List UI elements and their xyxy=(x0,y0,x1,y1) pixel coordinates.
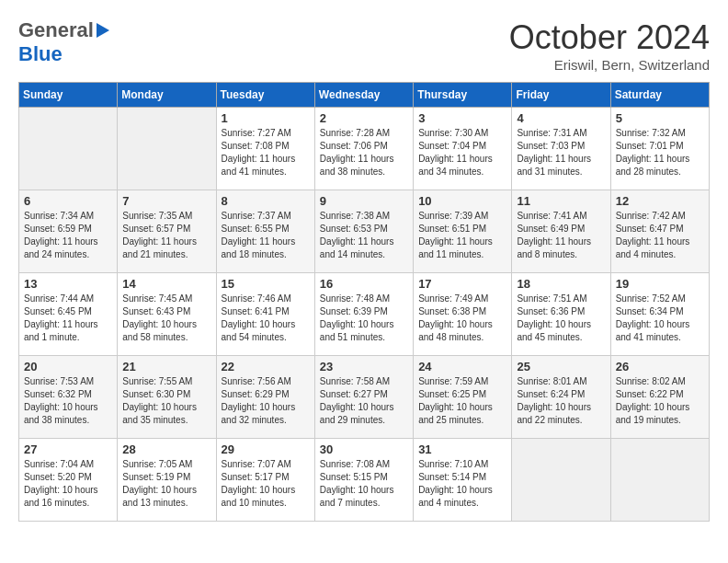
page-header: General Blue October 2024 Eriswil, Bern,… xyxy=(18,18,710,73)
cell-details: Sunrise: 8:02 AMSunset: 6:22 PMDaylight:… xyxy=(616,375,704,427)
day-number: 13 xyxy=(24,277,112,291)
day-number: 19 xyxy=(616,277,704,291)
day-number: 20 xyxy=(24,360,112,373)
cell-details: Sunrise: 7:05 AMSunset: 5:19 PMDaylight:… xyxy=(122,458,210,510)
cell-details: Sunrise: 7:34 AMSunset: 6:59 PMDaylight:… xyxy=(24,210,112,261)
day-number: 24 xyxy=(418,360,506,373)
day-number: 17 xyxy=(418,277,506,291)
calendar-cell: 22Sunrise: 7:56 AMSunset: 6:29 PMDayligh… xyxy=(216,356,314,439)
day-number: 10 xyxy=(418,194,506,208)
day-number: 23 xyxy=(320,360,408,373)
cell-details: Sunrise: 7:59 AMSunset: 6:25 PMDaylight:… xyxy=(418,375,506,427)
calendar-cell xyxy=(512,439,610,522)
day-number: 29 xyxy=(222,442,310,456)
calendar-cell: 26Sunrise: 8:02 AMSunset: 6:22 PMDayligh… xyxy=(610,356,709,439)
cell-details: Sunrise: 7:28 AMSunset: 7:06 PMDaylight:… xyxy=(320,127,408,178)
calendar-cell: 3Sunrise: 7:30 AMSunset: 7:04 PMDaylight… xyxy=(414,108,512,190)
day-of-week-header: Saturday xyxy=(610,83,709,108)
month-title: October 2024 xyxy=(509,18,710,57)
cell-details: Sunrise: 7:07 AMSunset: 5:17 PMDaylight:… xyxy=(222,458,310,510)
calendar-cell: 27Sunrise: 7:04 AMSunset: 5:20 PMDayligh… xyxy=(19,439,118,522)
calendar-week-row: 27Sunrise: 7:04 AMSunset: 5:20 PMDayligh… xyxy=(19,439,710,522)
calendar-cell xyxy=(610,439,709,522)
calendar-table: SundayMondayTuesdayWednesdayThursdayFrid… xyxy=(18,82,710,522)
day-number: 1 xyxy=(222,111,310,125)
day-number: 26 xyxy=(616,360,704,373)
calendar-cell: 19Sunrise: 7:52 AMSunset: 6:34 PMDayligh… xyxy=(610,273,709,356)
calendar-cell: 18Sunrise: 7:51 AMSunset: 6:36 PMDayligh… xyxy=(512,273,610,356)
calendar-cell: 15Sunrise: 7:46 AMSunset: 6:41 PMDayligh… xyxy=(216,273,314,356)
calendar-week-row: 6Sunrise: 7:34 AMSunset: 6:59 PMDaylight… xyxy=(19,190,710,273)
cell-details: Sunrise: 7:30 AMSunset: 7:04 PMDaylight:… xyxy=(418,127,506,178)
cell-details: Sunrise: 7:58 AMSunset: 6:27 PMDaylight:… xyxy=(320,375,408,427)
logo-general-text: General xyxy=(18,18,94,42)
calendar-cell: 23Sunrise: 7:58 AMSunset: 6:27 PMDayligh… xyxy=(314,356,413,439)
cell-details: Sunrise: 7:49 AMSunset: 6:38 PMDaylight:… xyxy=(418,293,506,344)
day-number: 21 xyxy=(122,360,210,373)
cell-details: Sunrise: 7:31 AMSunset: 7:03 PMDaylight:… xyxy=(517,127,605,178)
calendar-cell: 30Sunrise: 7:08 AMSunset: 5:15 PMDayligh… xyxy=(314,439,413,522)
cell-details: Sunrise: 7:48 AMSunset: 6:39 PMDaylight:… xyxy=(320,293,408,344)
cell-details: Sunrise: 8:01 AMSunset: 6:24 PMDaylight:… xyxy=(517,375,605,427)
day-number: 27 xyxy=(24,442,112,456)
calendar-cell: 12Sunrise: 7:42 AMSunset: 6:47 PMDayligh… xyxy=(610,190,709,273)
logo-blue-text: Blue xyxy=(18,42,63,65)
calendar-week-row: 1Sunrise: 7:27 AMSunset: 7:08 PMDaylight… xyxy=(19,108,710,190)
day-of-week-header: Monday xyxy=(118,83,216,108)
day-number: 14 xyxy=(122,277,210,291)
calendar-cell: 10Sunrise: 7:39 AMSunset: 6:51 PMDayligh… xyxy=(414,190,512,273)
cell-details: Sunrise: 7:46 AMSunset: 6:41 PMDaylight:… xyxy=(222,293,310,344)
calendar-cell: 4Sunrise: 7:31 AMSunset: 7:03 PMDaylight… xyxy=(512,108,610,190)
calendar-cell: 29Sunrise: 7:07 AMSunset: 5:17 PMDayligh… xyxy=(216,439,314,522)
calendar-week-row: 20Sunrise: 7:53 AMSunset: 6:32 PMDayligh… xyxy=(19,356,710,439)
day-number: 11 xyxy=(517,194,605,208)
logo: General Blue xyxy=(18,18,109,66)
calendar-cell xyxy=(19,108,118,190)
calendar-cell: 13Sunrise: 7:44 AMSunset: 6:45 PMDayligh… xyxy=(19,273,118,356)
cell-details: Sunrise: 7:42 AMSunset: 6:47 PMDaylight:… xyxy=(616,210,704,261)
cell-details: Sunrise: 7:51 AMSunset: 6:36 PMDaylight:… xyxy=(517,293,605,344)
cell-details: Sunrise: 7:32 AMSunset: 7:01 PMDaylight:… xyxy=(616,127,704,178)
day-of-week-header: Sunday xyxy=(19,83,118,108)
calendar-cell: 14Sunrise: 7:45 AMSunset: 6:43 PMDayligh… xyxy=(118,273,216,356)
day-number: 30 xyxy=(320,442,408,456)
cell-details: Sunrise: 7:44 AMSunset: 6:45 PMDaylight:… xyxy=(24,293,112,344)
day-number: 4 xyxy=(517,111,605,125)
cell-details: Sunrise: 7:27 AMSunset: 7:08 PMDaylight:… xyxy=(222,127,310,178)
cell-details: Sunrise: 7:37 AMSunset: 6:55 PMDaylight:… xyxy=(222,210,310,261)
calendar-cell: 28Sunrise: 7:05 AMSunset: 5:19 PMDayligh… xyxy=(118,439,216,522)
day-number: 3 xyxy=(418,111,506,125)
logo-arrow-icon xyxy=(97,23,109,38)
calendar-cell xyxy=(118,108,216,190)
calendar-cell: 16Sunrise: 7:48 AMSunset: 6:39 PMDayligh… xyxy=(314,273,413,356)
day-number: 8 xyxy=(222,194,310,208)
calendar-week-row: 13Sunrise: 7:44 AMSunset: 6:45 PMDayligh… xyxy=(19,273,710,356)
calendar-cell: 1Sunrise: 7:27 AMSunset: 7:08 PMDaylight… xyxy=(216,108,314,190)
cell-details: Sunrise: 7:53 AMSunset: 6:32 PMDaylight:… xyxy=(24,375,112,427)
day-number: 18 xyxy=(517,277,605,291)
title-block: October 2024 Eriswil, Bern, Switzerland xyxy=(509,18,710,73)
day-of-week-header: Thursday xyxy=(414,83,512,108)
day-number: 2 xyxy=(320,111,408,125)
cell-details: Sunrise: 7:38 AMSunset: 6:53 PMDaylight:… xyxy=(320,210,408,261)
cell-details: Sunrise: 7:08 AMSunset: 5:15 PMDaylight:… xyxy=(320,458,408,510)
day-number: 5 xyxy=(616,111,704,125)
day-number: 9 xyxy=(320,194,408,208)
calendar-cell: 7Sunrise: 7:35 AMSunset: 6:57 PMDaylight… xyxy=(118,190,216,273)
calendar-cell: 8Sunrise: 7:37 AMSunset: 6:55 PMDaylight… xyxy=(216,190,314,273)
calendar-cell: 5Sunrise: 7:32 AMSunset: 7:01 PMDaylight… xyxy=(610,108,709,190)
header-row: SundayMondayTuesdayWednesdayThursdayFrid… xyxy=(19,83,710,108)
day-of-week-header: Tuesday xyxy=(216,83,314,108)
cell-details: Sunrise: 7:04 AMSunset: 5:20 PMDaylight:… xyxy=(24,458,112,510)
day-number: 16 xyxy=(320,277,408,291)
day-of-week-header: Friday xyxy=(512,83,610,108)
calendar-cell: 21Sunrise: 7:55 AMSunset: 6:30 PMDayligh… xyxy=(118,356,216,439)
cell-details: Sunrise: 7:41 AMSunset: 6:49 PMDaylight:… xyxy=(517,210,605,261)
calendar-cell: 17Sunrise: 7:49 AMSunset: 6:38 PMDayligh… xyxy=(414,273,512,356)
cell-details: Sunrise: 7:56 AMSunset: 6:29 PMDaylight:… xyxy=(222,375,310,427)
location-text: Eriswil, Bern, Switzerland xyxy=(509,57,710,73)
calendar-cell: 2Sunrise: 7:28 AMSunset: 7:06 PMDaylight… xyxy=(314,108,413,190)
calendar-cell: 25Sunrise: 8:01 AMSunset: 6:24 PMDayligh… xyxy=(512,356,610,439)
day-number: 28 xyxy=(122,442,210,456)
cell-details: Sunrise: 7:10 AMSunset: 5:14 PMDaylight:… xyxy=(418,458,506,510)
